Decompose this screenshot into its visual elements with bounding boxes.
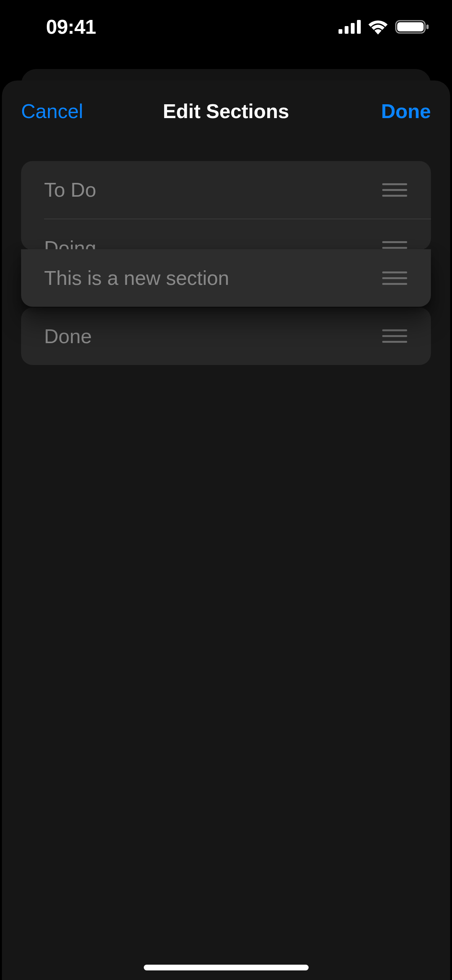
section-label: This is a new section [44, 266, 229, 289]
section-row-doing-placeholder: Doing [21, 219, 431, 250]
nav-bar: Cancel Edit Sections Done [2, 81, 450, 142]
battery-icon [395, 19, 429, 35]
section-row-done[interactable]: Done [21, 307, 431, 365]
section-group-top: To Do Doing [21, 161, 431, 250]
section-row-doing[interactable]: Doing [21, 219, 431, 250]
drag-handle-icon[interactable] [381, 271, 408, 285]
svg-rect-5 [397, 22, 424, 31]
section-row-dragging[interactable]: This is a new section [21, 249, 431, 307]
cellular-icon [339, 20, 361, 34]
status-bar: 09:41 [0, 0, 452, 54]
section-label: Done [44, 325, 92, 348]
done-button[interactable]: Done [381, 100, 431, 123]
page-title: Edit Sections [163, 100, 289, 123]
status-time: 09:41 [46, 15, 96, 38]
svg-rect-1 [345, 26, 348, 34]
drag-handle-icon[interactable] [381, 241, 408, 250]
cancel-button[interactable]: Cancel [21, 100, 83, 123]
drag-handle-icon[interactable] [381, 183, 408, 197]
svg-rect-0 [339, 29, 342, 34]
status-indicators [339, 19, 429, 35]
section-group-bottom: Done [21, 307, 431, 365]
sections-list: To Do Doing This is a new section [2, 142, 450, 365]
section-row-todo[interactable]: To Do [21, 161, 431, 219]
svg-rect-2 [351, 23, 355, 34]
wifi-icon [368, 19, 388, 35]
edit-sections-sheet: Cancel Edit Sections Done To Do Doing [2, 81, 450, 980]
section-label: Doing [44, 237, 96, 250]
home-indicator[interactable] [144, 965, 309, 970]
svg-rect-3 [357, 20, 361, 34]
drag-handle-icon[interactable] [381, 329, 408, 343]
svg-rect-6 [426, 25, 429, 29]
section-label: To Do [44, 178, 96, 201]
